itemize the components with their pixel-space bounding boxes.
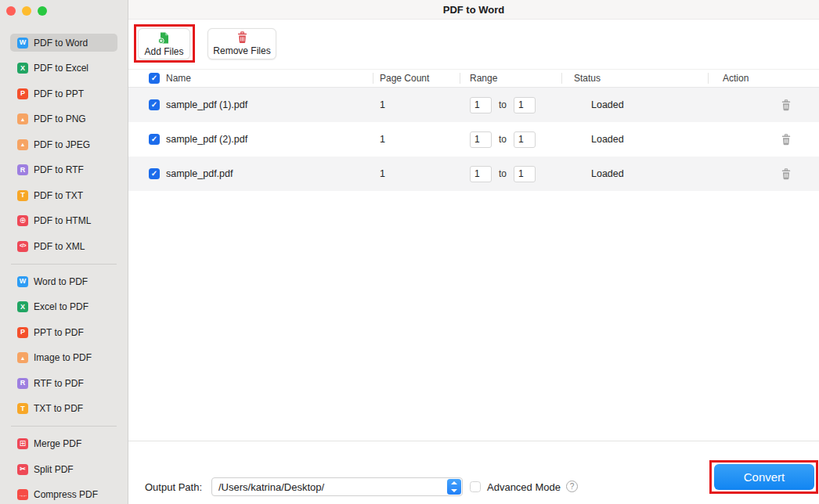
range-separator: to bbox=[499, 168, 507, 179]
sidebar-item-label: PDF to Excel bbox=[34, 63, 88, 74]
sidebar-item-pdf-to-ppt[interactable]: P PDF to PPT bbox=[10, 85, 117, 103]
column-header-range: Range bbox=[470, 73, 497, 84]
sidebar: W PDF to Word X PDF to Excel P PDF to PP… bbox=[0, 0, 128, 504]
range-to-input[interactable] bbox=[514, 166, 536, 182]
sidebar-item-label: RTF to PDF bbox=[34, 378, 84, 389]
sidebar-item-label: PDF to XML bbox=[34, 241, 85, 252]
sidebar-item-label: TXT to PDF bbox=[34, 403, 83, 414]
add-files-button[interactable]: Add Files bbox=[138, 28, 190, 59]
add-file-icon bbox=[157, 31, 171, 45]
page-title: PDF to Word bbox=[128, 0, 819, 20]
file-name: sample_pdf (2).pdf bbox=[166, 134, 247, 145]
column-header-status: Status bbox=[574, 73, 601, 84]
delete-row-button[interactable] bbox=[781, 134, 792, 146]
txt-icon: T bbox=[17, 403, 28, 414]
main-panel: PDF to Word Add Files Remove Files bbox=[128, 0, 819, 504]
help-icon[interactable]: ? bbox=[566, 481, 578, 492]
image-icon: ▲ bbox=[17, 113, 28, 124]
sidebar-item-label: Split PDF bbox=[34, 464, 74, 475]
sidebar-item-pdf-to-html[interactable]: ⊕ PDF to HTML bbox=[10, 212, 117, 230]
add-files-label: Add Files bbox=[144, 46, 183, 57]
sidebar-item-split-pdf[interactable]: ✂ Split PDF bbox=[10, 460, 117, 478]
txt-icon: T bbox=[17, 190, 28, 201]
status-value: Loaded bbox=[591, 168, 624, 179]
zoom-window-button[interactable] bbox=[38, 6, 47, 16]
sidebar-item-pdf-to-rtf[interactable]: R PDF to RTF bbox=[10, 161, 117, 179]
row-checkbox[interactable]: ✓ bbox=[149, 168, 160, 179]
sidebar-item-pdf-to-png[interactable]: ▲ PDF to PNG bbox=[10, 110, 117, 128]
sidebar-item-compress-pdf[interactable]: →← Compress PDF bbox=[10, 486, 117, 504]
sidebar-item-label: Merge PDF bbox=[34, 438, 81, 449]
excel-icon: X bbox=[17, 301, 28, 312]
table-row: ✓ sample_pdf (1).pdf 1 to Loaded bbox=[128, 88, 819, 122]
ppt-icon: P bbox=[17, 327, 28, 338]
advanced-mode-label: Advanced Mode bbox=[487, 481, 561, 493]
chevron-down-icon bbox=[451, 489, 457, 492]
sidebar-item-excel-to-pdf[interactable]: X Excel to PDF bbox=[10, 298, 117, 316]
sidebar-item-pdf-to-jpeg[interactable]: ▲ PDF to JPEG bbox=[10, 135, 117, 153]
sidebar-item-pdf-to-xml[interactable]: </> PDF to XML bbox=[10, 237, 117, 255]
footer-divider bbox=[128, 441, 819, 441]
sidebar-item-label: PDF to PNG bbox=[34, 113, 86, 124]
file-name: sample_pdf.pdf bbox=[166, 168, 233, 179]
sidebar-item-merge-pdf[interactable]: ⊞ Merge PDF bbox=[10, 435, 117, 453]
sidebar-item-txt-to-pdf[interactable]: T TXT to PDF bbox=[10, 400, 117, 418]
page-count-value: 1 bbox=[380, 168, 385, 179]
delete-row-button[interactable] bbox=[781, 99, 792, 111]
file-name: sample_pdf (1).pdf bbox=[166, 99, 247, 110]
sidebar-item-pdf-to-word[interactable]: W PDF to Word bbox=[10, 34, 117, 52]
row-checkbox[interactable]: ✓ bbox=[149, 99, 160, 110]
code-icon: </> bbox=[17, 241, 28, 252]
word-icon: W bbox=[17, 38, 28, 49]
scissors-icon: ✂ bbox=[17, 464, 28, 475]
sidebar-item-label: PPT to PDF bbox=[34, 327, 84, 338]
trash-icon bbox=[781, 168, 792, 180]
excel-icon: X bbox=[17, 63, 28, 74]
remove-files-button[interactable]: Remove Files bbox=[207, 28, 276, 59]
chevron-up-icon bbox=[451, 481, 457, 484]
file-list: ✓ sample_pdf (1).pdf 1 to Loaded bbox=[128, 88, 819, 191]
sidebar-item-word-to-pdf[interactable]: W Word to PDF bbox=[10, 272, 117, 290]
convert-button[interactable]: Convert bbox=[714, 464, 814, 490]
minimize-window-button[interactable] bbox=[22, 6, 31, 16]
range-from-input[interactable] bbox=[470, 97, 492, 113]
page-count-value: 1 bbox=[380, 134, 385, 145]
sidebar-item-ppt-to-pdf[interactable]: P PPT to PDF bbox=[10, 323, 117, 341]
compress-icon: →← bbox=[17, 489, 28, 500]
merge-icon: ⊞ bbox=[17, 438, 28, 449]
close-window-button[interactable] bbox=[6, 6, 16, 16]
row-checkbox[interactable]: ✓ bbox=[149, 134, 160, 145]
delete-row-button[interactable] bbox=[781, 168, 792, 180]
sidebar-item-rtf-to-pdf[interactable]: R RTF to PDF bbox=[10, 374, 117, 392]
trash-icon bbox=[781, 99, 792, 111]
advanced-mode-checkbox[interactable] bbox=[470, 481, 481, 492]
sidebar-divider bbox=[11, 264, 117, 265]
sidebar-item-pdf-to-excel[interactable]: X PDF to Excel bbox=[10, 59, 117, 77]
range-separator: to bbox=[499, 134, 507, 145]
range-to-input[interactable] bbox=[514, 131, 536, 148]
sidebar-item-label: PDF to PPT bbox=[34, 88, 84, 99]
trash-icon bbox=[236, 31, 248, 44]
range-from-input[interactable] bbox=[470, 166, 492, 182]
sidebar-item-label: Image to PDF bbox=[34, 352, 92, 363]
table-header: ✓ Name Page Count Range Status Action bbox=[128, 69, 819, 88]
column-header-name: Name bbox=[166, 73, 191, 84]
sidebar-item-pdf-to-txt[interactable]: T PDF to TXT bbox=[10, 186, 117, 204]
table-row: ✓ sample_pdf.pdf 1 to Loaded bbox=[128, 157, 819, 191]
output-path-combobox[interactable] bbox=[211, 477, 463, 496]
word-icon: W bbox=[17, 276, 28, 287]
select-all-checkbox[interactable]: ✓ bbox=[149, 73, 160, 84]
output-path-input[interactable] bbox=[212, 478, 447, 495]
ppt-icon: P bbox=[17, 88, 28, 99]
range-to-input[interactable] bbox=[514, 97, 536, 113]
sidebar-list: W PDF to Word X PDF to Excel P PDF to PP… bbox=[0, 34, 128, 504]
stepper-control[interactable] bbox=[447, 479, 461, 495]
rtf-icon: R bbox=[17, 378, 28, 389]
sidebar-item-image-to-pdf[interactable]: ▲ Image to PDF bbox=[10, 349, 117, 367]
image-icon: ▲ bbox=[17, 352, 28, 363]
sidebar-item-label: PDF to RTF bbox=[34, 164, 84, 175]
range-from-input[interactable] bbox=[470, 131, 492, 148]
image-icon: ▲ bbox=[17, 139, 28, 150]
column-header-page-count: Page Count bbox=[380, 73, 429, 84]
remove-files-label: Remove Files bbox=[213, 45, 270, 56]
